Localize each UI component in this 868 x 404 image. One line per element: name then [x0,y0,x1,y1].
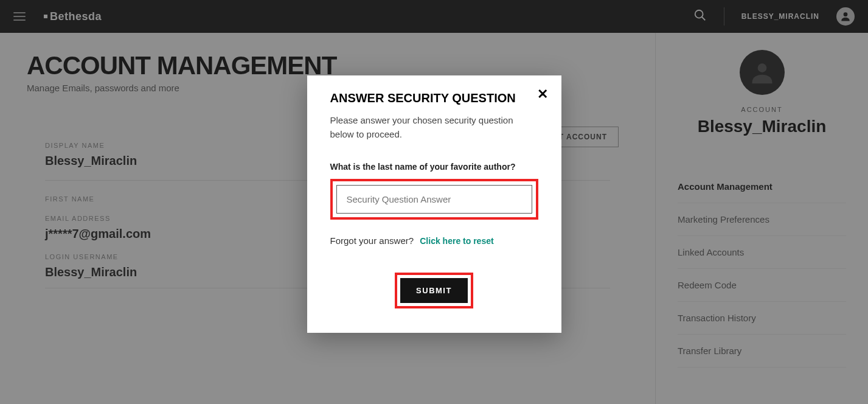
answer-highlight [330,179,538,220]
reset-link[interactable]: Click here to reset [420,236,493,246]
submit-highlight: SUBMIT [395,273,473,308]
forgot-answer-label: Forgot your answer? [330,235,414,246]
submit-button[interactable]: SUBMIT [400,278,468,303]
security-question-modal: ✕ ANSWER SECURITY QUESTION Please answer… [307,75,561,333]
modal-title: ANSWER SECURITY QUESTION [330,91,538,105]
security-question-text: What is the last name of your favorite a… [330,162,538,172]
security-answer-input[interactable] [336,185,532,214]
modal-description: Please answer your chosen security quest… [330,114,538,141]
forgot-answer-text: Forgot your answer? Click here to reset [330,235,538,246]
close-icon[interactable]: ✕ [537,88,548,101]
modal-overlay: ✕ ANSWER SECURITY QUESTION Please answer… [0,0,868,404]
